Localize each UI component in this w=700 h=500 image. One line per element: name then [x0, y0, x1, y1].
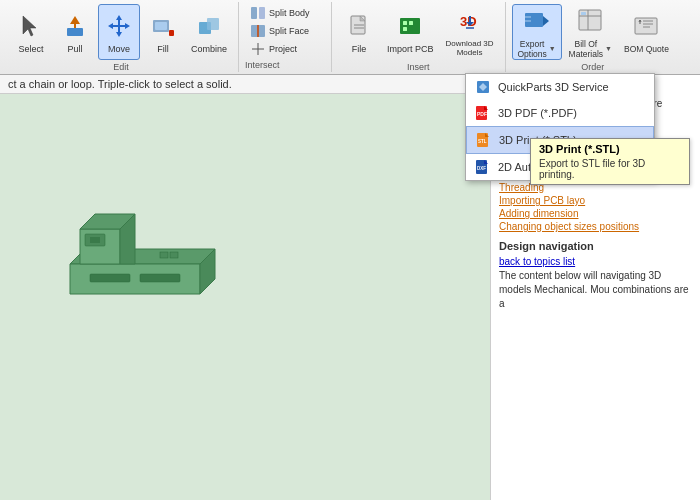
export-options-label: ExportOptions — [517, 39, 546, 59]
design-nav-section: Design navigation back to topics list Th… — [499, 240, 692, 311]
download-3d-button[interactable]: 3D Download 3DModels — [441, 4, 499, 60]
svg-marker-52 — [70, 264, 200, 294]
svg-text:STL: STL — [478, 139, 487, 144]
svg-rect-61 — [160, 252, 168, 258]
edit-group-label: Edit — [113, 60, 129, 72]
bom-quote-button[interactable]: BOM Quote — [619, 4, 674, 60]
export-options-button[interactable]: ExportOptions ▼ — [512, 4, 562, 60]
svg-marker-0 — [23, 16, 36, 36]
tooltip-title: 3D Print (*.STL) — [539, 143, 681, 155]
bill-of-materials-button[interactable]: Bill OfMaterials ▼ — [564, 4, 617, 60]
split-face-icon — [250, 23, 266, 39]
import-pcb-label: Import PCB — [387, 44, 434, 54]
intersect-group: Split Body Split Face — [239, 2, 332, 72]
select-label: Select — [18, 44, 43, 54]
edit-group: Select Pull Move — [4, 2, 239, 72]
link-changing-sizes[interactable]: Changing object sizes positions — [499, 221, 692, 232]
bom-arrow-icon: ▼ — [605, 45, 612, 52]
svg-rect-35 — [635, 18, 657, 34]
bom-quote-icon — [630, 10, 662, 42]
split-body-icon — [250, 5, 266, 21]
svg-marker-3 — [108, 15, 130, 37]
svg-rect-10 — [259, 7, 265, 19]
split-face-button[interactable]: Split Face — [245, 22, 325, 39]
svg-rect-62 — [170, 252, 178, 258]
move-label: Move — [108, 44, 130, 54]
svg-rect-34 — [581, 12, 586, 15]
pull-label: Pull — [67, 44, 82, 54]
svg-point-36 — [639, 22, 641, 24]
bom-quote-label: BOM Quote — [624, 44, 669, 54]
link-adding-dimension[interactable]: Adding dimension — [499, 208, 692, 219]
project-label: Project — [269, 44, 297, 54]
svg-rect-58 — [90, 237, 100, 243]
quickparts-item[interactable]: QuickParts 3D Service — [466, 74, 654, 100]
instruction-bar: ct a chain or loop. Triple-click to sele… — [0, 75, 490, 94]
bom-icon — [574, 5, 606, 37]
order-group: ExportOptions ▼ Bill OfMaterials ▼ — [506, 2, 680, 72]
2d-autocad-icon: DXF — [474, 158, 492, 176]
split-body-label: Split Body — [269, 8, 310, 18]
order-buttons: ExportOptions ▼ Bill OfMaterials ▼ — [512, 4, 674, 60]
split-face-label: Split Face — [269, 26, 309, 36]
fill-icon — [147, 10, 179, 42]
insert-buttons: File Import PCB 3D — [338, 4, 499, 60]
svg-marker-2 — [70, 16, 80, 28]
tooltip-popup: 3D Print (*.STL) Export to STL file for … — [530, 138, 690, 185]
3d-model-svg — [40, 134, 240, 334]
svg-rect-22 — [409, 21, 413, 25]
toolbar: Select Pull Move — [0, 0, 700, 75]
pull-icon — [59, 10, 91, 42]
move-button[interactable]: Move — [98, 4, 140, 60]
svg-rect-20 — [400, 18, 420, 34]
quickparts-label: QuickParts 3D Service — [498, 81, 609, 93]
svg-rect-23 — [403, 27, 407, 31]
bottom-text: The content below will navigating 3D mod… — [499, 269, 692, 311]
split-body-button[interactable]: Split Body — [245, 4, 325, 21]
combine-button[interactable]: Combine — [186, 4, 232, 60]
select-button[interactable]: Select — [10, 4, 52, 60]
canvas-content — [0, 94, 490, 495]
import-pcb-button[interactable]: Import PCB — [382, 4, 439, 60]
svg-rect-27 — [525, 13, 543, 27]
file-icon — [343, 10, 375, 42]
svg-rect-6 — [169, 30, 174, 36]
tooltip-desc: Export to STL file for 3D printing. — [539, 158, 681, 180]
pull-button[interactable]: Pull — [54, 4, 96, 60]
instruction-text: ct a chain or loop. Triple-click to sele… — [8, 78, 232, 90]
import-pcb-icon — [394, 10, 426, 42]
file-label: File — [352, 44, 367, 54]
design-nav-title: Design navigation — [499, 240, 692, 252]
select-icon — [15, 10, 47, 42]
quickparts-icon — [474, 78, 492, 96]
bom-label: Bill OfMaterials — [569, 39, 603, 59]
3d-pdf-item[interactable]: PDF 3D PDF (*.PDF) — [466, 100, 654, 126]
svg-marker-28 — [543, 16, 549, 26]
svg-rect-59 — [90, 274, 130, 282]
file-button[interactable]: File — [338, 4, 380, 60]
svg-text:3D: 3D — [460, 14, 477, 29]
3d-pdf-label: 3D PDF (*.PDF) — [498, 107, 577, 119]
download-3d-icon: 3D — [454, 7, 486, 37]
3d-print-stl-icon: STL — [475, 131, 493, 149]
order-group-label: Order — [581, 60, 604, 72]
back-to-topics-link[interactable]: back to topics list — [499, 256, 692, 267]
project-icon — [250, 41, 266, 57]
combine-icon — [193, 10, 225, 42]
export-icon — [521, 5, 553, 37]
edit-buttons: Select Pull Move — [10, 4, 232, 60]
intersect-group-label: Intersect — [245, 58, 325, 70]
project-button[interactable]: Project — [245, 40, 325, 57]
svg-rect-8 — [207, 18, 219, 30]
combine-label: Combine — [191, 44, 227, 54]
export-arrow-icon: ▼ — [549, 45, 556, 52]
canvas-area[interactable]: ct a chain or loop. Triple-click to sele… — [0, 75, 490, 500]
svg-rect-60 — [140, 274, 180, 282]
svg-text:PDF: PDF — [477, 111, 487, 117]
fill-label: Fill — [157, 44, 169, 54]
link-importing-pcb[interactable]: Importing PCB layo — [499, 195, 692, 206]
svg-text:DXF: DXF — [477, 166, 486, 171]
svg-rect-5 — [155, 22, 167, 30]
fill-button[interactable]: Fill — [142, 4, 184, 60]
insert-group: File Import PCB 3D — [332, 2, 506, 72]
